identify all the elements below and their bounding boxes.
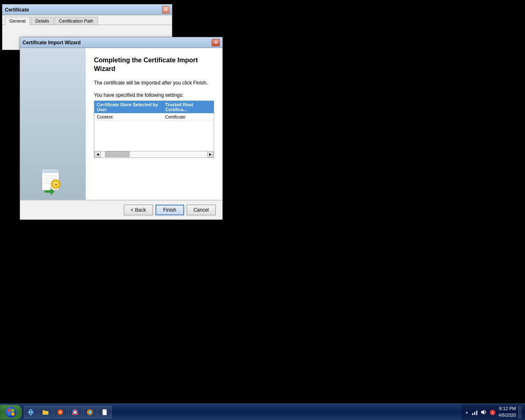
certificate-window-title: Certificate (5, 7, 29, 13)
tray-expand-button[interactable]: ▲ (465, 410, 469, 414)
ie-icon (27, 409, 34, 415)
clock-date: 4/8/2020 (498, 412, 516, 418)
taskbar-ie-icon[interactable] (24, 406, 38, 418)
back-button[interactable]: < Back (124, 205, 153, 215)
scrollbar-thumb[interactable] (105, 151, 130, 157)
svg-rect-10 (11, 409, 14, 412)
media-icon (57, 409, 64, 415)
svg-point-22 (89, 411, 91, 413)
cancel-button[interactable]: Cancel (187, 205, 216, 215)
wizard-window: Certificate Import Wizard ✕ ★ (20, 37, 223, 220)
scrollbar-left-button[interactable]: ◀ (94, 151, 101, 158)
svg-text:!: ! (492, 411, 493, 415)
table-cell-col2: Certificate (163, 113, 214, 121)
svg-rect-12 (11, 413, 14, 415)
chrome-icon (72, 409, 78, 415)
taskbar-folder-icon[interactable] (39, 406, 52, 418)
horizontal-scrollbar[interactable]: ◀ ▶ (94, 151, 214, 158)
tab-general[interactable]: General (5, 17, 30, 25)
network-tray-icon[interactable] (471, 409, 478, 415)
taskbar-items (22, 406, 461, 418)
wizard-content: Completing the Certificate Import Wizard… (86, 48, 222, 200)
wizard-body: ★ Completing the Certificate Import Wiza… (20, 48, 222, 200)
shield-icon: ! (489, 409, 496, 415)
finish-button[interactable]: Finish (155, 205, 184, 215)
volume-icon (480, 409, 487, 415)
firefox-icon (87, 409, 93, 415)
wizard-close-button[interactable]: ✕ (212, 39, 220, 46)
svg-rect-26 (476, 411, 477, 415)
taskbar-media-icon[interactable] (53, 406, 67, 418)
clock-time: 8:12 PM (498, 406, 516, 412)
system-clock[interactable]: 8:12 PM 4/8/2020 (498, 406, 516, 418)
table-cell-col1: Content (94, 113, 163, 121)
folder-icon (42, 409, 49, 415)
wizard-window-title: Certificate Import Wizard (23, 40, 81, 46)
svg-rect-25 (474, 412, 475, 415)
taskbar-firefox-icon[interactable] (83, 406, 97, 418)
taskbar: ▲ ! 8:12 PM 4/8/2020 (0, 404, 525, 420)
table-header-col1: Certificate Store Selected by User (94, 101, 163, 113)
tab-details[interactable]: Details (31, 17, 54, 25)
table-row[interactable]: Content Certificate (94, 113, 214, 121)
svg-rect-11 (8, 413, 11, 415)
svg-rect-9 (8, 409, 11, 412)
wizard-titlebar: Certificate Import Wizard ✕ (20, 37, 222, 48)
scrollbar-track[interactable] (101, 151, 207, 158)
tab-certification-path[interactable]: Certification Path (55, 17, 98, 25)
svg-text:★: ★ (55, 183, 58, 187)
desktop: Certificate ✕ General Details Certificat… (0, 0, 525, 404)
volume-tray-icon[interactable] (480, 409, 487, 415)
wizard-footer: < Back Finish Cancel (20, 200, 222, 219)
wizard-description: The certificate will be imported after y… (94, 80, 214, 86)
windows-orb-icon (5, 406, 17, 418)
table-header-col2: Trusted Root Certifica... (163, 101, 214, 113)
svg-rect-1 (42, 169, 59, 173)
network-icon (471, 409, 478, 415)
svg-rect-24 (472, 413, 473, 415)
wizard-settings-table-container: Certificate Store Selected by User Trust… (94, 100, 214, 158)
certificate-close-button[interactable]: ✕ (162, 6, 169, 14)
wizard-settings-label: You have specified the following setting… (94, 92, 214, 98)
wizard-heading: Completing the Certificate Import Wizard (94, 56, 214, 73)
taskbar-file-icon[interactable] (98, 406, 112, 418)
taskbar-chrome-icon[interactable] (68, 406, 82, 418)
wizard-sidebar: ★ (20, 48, 86, 200)
show-desktop-icon[interactable] (518, 406, 522, 419)
svg-rect-23 (103, 409, 107, 415)
certificate-import-icon: ★ (39, 167, 67, 196)
svg-marker-27 (481, 410, 484, 415)
file-icon (101, 409, 108, 415)
windows-logo-icon (7, 409, 15, 416)
certificate-titlebar: Certificate ✕ (2, 5, 172, 15)
start-button[interactable] (0, 405, 22, 420)
scrollbar-right-button[interactable]: ▶ (207, 151, 214, 158)
certificate-tabs: General Details Certification Path (2, 15, 172, 25)
system-tray: ▲ ! 8:12 PM 4/8/2020 (461, 404, 525, 420)
security-tray-icon[interactable]: ! (489, 409, 496, 415)
wizard-settings-table: Certificate Store Selected by User Trust… (94, 101, 214, 121)
